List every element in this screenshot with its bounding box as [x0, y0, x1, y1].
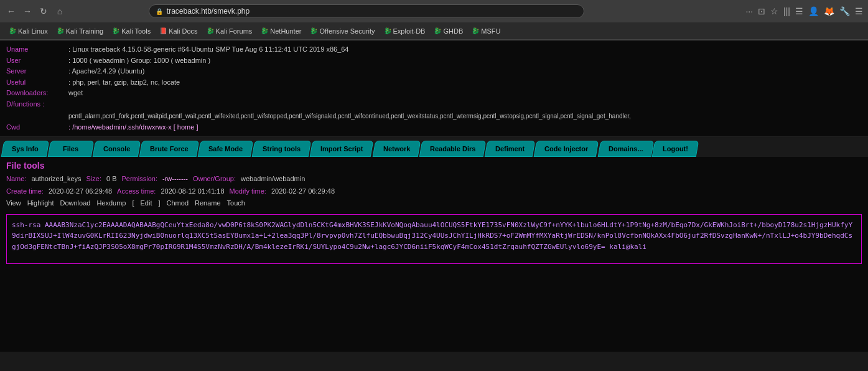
name-value: authorized_keys — [31, 173, 81, 186]
bookmark-offensive-security-label: Offensive Security — [319, 27, 375, 35]
size-value: 0 B — [106, 173, 117, 186]
offensive-security-icon: 🐉 — [310, 27, 317, 34]
bookmark-ghdb-label: GHDB — [443, 27, 463, 35]
view-action[interactable]: View — [6, 199, 21, 207]
url-text: traceback.htb/smevk.php — [167, 7, 250, 16]
tab-brute-force[interactable]: Brute Force — [139, 141, 199, 157]
download-action[interactable]: Download — [60, 199, 90, 207]
kali-forums-icon: 🐉 — [207, 27, 214, 34]
file-meta-row1: Name: authorized_keys Size: 0 B Permissi… — [6, 173, 862, 186]
ssh-key-content: ssh-rsa AAAAB3NzaC1yc2EAAAADAQABAABgQCeu… — [12, 221, 852, 251]
kali-training-icon: 🐉 — [57, 27, 64, 34]
tab-domains[interactable]: Domains... — [597, 141, 653, 157]
pocket-icon[interactable]: ⊡ — [758, 6, 765, 16]
modify-label: Modify time: — [230, 186, 266, 198]
bookmark-msfu[interactable]: 🐉 MSFU — [468, 26, 504, 36]
edit-action[interactable]: Edit — [141, 199, 152, 207]
home-button[interactable]: ⌂ — [54, 5, 66, 17]
bookmark-kali-training[interactable]: 🐉 Kali Training — [53, 26, 108, 36]
create-value: 2020-02-27 06:29:48 — [49, 186, 112, 198]
sys-info-section: Uname : Linux traceback 4.15.0-58-generi… — [0, 40, 868, 137]
tab-string-tools[interactable]: String tools — [252, 141, 312, 157]
downloaders-label: Downloaders: — [6, 88, 68, 99]
modify-value: 2020-02-27 06:29:48 — [271, 186, 335, 198]
menu-dots[interactable]: ··· — [745, 6, 753, 16]
useful-value: : php, perl, tar, gzip, bzip2, nc, locat… — [68, 77, 180, 88]
tab-logout[interactable]: Logout! — [652, 141, 699, 157]
bookmark-msfu-label: MSFU — [481, 27, 500, 35]
exploit-db-icon: 🐉 — [384, 27, 391, 34]
tab-sys-info[interactable]: Sys Info — [1, 141, 49, 157]
tab-icon[interactable]: ☰ — [795, 6, 803, 16]
access-label: Access time: — [117, 186, 156, 198]
file-actions: View Highlight Download Hexdump [ Edit ]… — [6, 199, 862, 207]
tab-import-scripts[interactable]: Import Script — [310, 141, 374, 157]
dfunctions-label: D/functions : — [6, 99, 68, 110]
tab-readable-dirs[interactable]: Readable Dirs — [419, 141, 487, 157]
bookmark-nethunter[interactable]: 🐉 NetHunter — [257, 26, 305, 36]
browser-toolbar: ← → ↻ ⌂ 🔒 traceback.htb/smevk.php ··· ⊡ … — [0, 0, 868, 22]
toolbar-right: ··· ⊡ ☆ ||| ☰ 👤 🦊 🔧 ☰ — [745, 6, 863, 16]
highlight-action[interactable]: Highlight — [27, 199, 54, 207]
server-value: : Apache/2.4.29 (Ubuntu) — [68, 66, 144, 77]
access-value: 2020-08-12 01:41:18 — [161, 186, 224, 198]
reload-button[interactable]: ↻ — [37, 5, 50, 17]
tab-files[interactable]: Files — [48, 141, 95, 157]
bookmark-nethunter-label: NetHunter — [270, 27, 301, 35]
dfunctions-row: D/functions : — [6, 99, 862, 110]
rename-action[interactable]: Rename — [195, 199, 221, 207]
bookmark-kali-training-label: Kali Training — [66, 27, 104, 35]
downloaders-row: Downloaders: wget — [6, 88, 862, 99]
sidebar-icon[interactable]: ||| — [783, 6, 790, 16]
cwd-row: Cwd : /home/webadmin/.ssh/drwxrwx-x [ ho… — [6, 122, 862, 133]
bookmark-kali-tools-label: Kali Tools — [121, 27, 151, 35]
useful-label: Useful — [6, 77, 68, 88]
edit-bracket-close: ] — [159, 199, 161, 207]
server-row: Server : Apache/2.4.29 (Ubuntu) — [6, 66, 862, 77]
bookmark-ghdb[interactable]: 🐉 GHDB — [430, 26, 467, 36]
hexdump-action[interactable]: Hexdump — [96, 199, 126, 207]
server-label: Server — [6, 66, 68, 77]
bookmark-kali-docs[interactable]: 📕 Kali Docs — [156, 26, 201, 36]
tab-network[interactable]: Network — [372, 141, 421, 157]
tools-icon[interactable]: 🔧 — [839, 6, 850, 16]
tab-console[interactable]: Console — [93, 141, 141, 157]
useful-row: Useful : php, perl, tar, gzip, bzip2, nc… — [6, 77, 862, 88]
tab-safe-mode[interactable]: Safe Mode — [198, 141, 254, 157]
permission-value: -rw------- — [162, 173, 188, 186]
kali-docs-icon: 📕 — [159, 27, 167, 34]
forward-button[interactable]: → — [21, 5, 34, 17]
star-icon[interactable]: ☆ — [770, 6, 778, 16]
permission-label: Permission: — [122, 173, 157, 186]
bookmark-kali-linux[interactable]: 🐉 Kali Linux — [5, 26, 52, 36]
size-label: Size: — [86, 173, 101, 186]
profile-icon[interactable]: 👤 — [808, 6, 819, 16]
bookmark-exploit-db-label: Exploit-DB — [393, 27, 426, 35]
dfunctions-value: pcntl_alarm,pcntl_fork,pcntl_waitpid,pcn… — [6, 110, 862, 122]
page-content: Uname : Linux traceback 4.15.0-58-generi… — [0, 40, 868, 352]
tab-code-injector[interactable]: Code Injector — [534, 141, 599, 157]
file-tools-section: File tools Name: authorized_keys Size: 0… — [0, 157, 868, 210]
bookmark-offensive-security[interactable]: 🐉 Offensive Security — [306, 26, 378, 36]
lock-icon: 🔒 — [156, 8, 163, 15]
address-bar[interactable]: 🔒 traceback.htb/smevk.php — [149, 4, 584, 18]
chmod-action[interactable]: Chmod — [167, 199, 189, 207]
tab-defiment[interactable]: Defiment — [485, 141, 536, 157]
bookmark-kali-tools[interactable]: 🐉 Kali Tools — [108, 26, 154, 36]
bookmark-kali-linux-label: Kali Linux — [18, 27, 48, 35]
bookmark-exploit-db[interactable]: 🐉 Exploit-DB — [380, 26, 429, 36]
ssh-key-area: ssh-rsa AAAAB3NzaC1yc2EAAAADAQABAABgQCeu… — [6, 214, 862, 264]
uname-row: Uname : Linux traceback 4.15.0-58-generi… — [6, 44, 862, 55]
bookmark-kali-forums[interactable]: 🐉 Kali Forums — [203, 26, 256, 36]
edit-bracket-open: [ — [132, 199, 134, 207]
uname-label: Uname — [6, 44, 68, 55]
cwd-value: : /home/webadmin/.ssh/drwxrwx-x [ home ] — [68, 122, 198, 133]
fox-icon[interactable]: 🦊 — [824, 6, 834, 16]
bookmarks-bar: 🐉 Kali Linux 🐉 Kali Training 🐉 Kali Tool… — [0, 22, 868, 40]
back-button[interactable]: ← — [5, 5, 17, 17]
touch-action[interactable]: Touch — [227, 199, 245, 207]
nethunter-icon: 🐉 — [261, 27, 268, 34]
file-tools-title: File tools — [6, 161, 862, 171]
menu-icon[interactable]: ☰ — [855, 6, 863, 16]
owner-value: webadmin/webadmin — [241, 173, 305, 186]
